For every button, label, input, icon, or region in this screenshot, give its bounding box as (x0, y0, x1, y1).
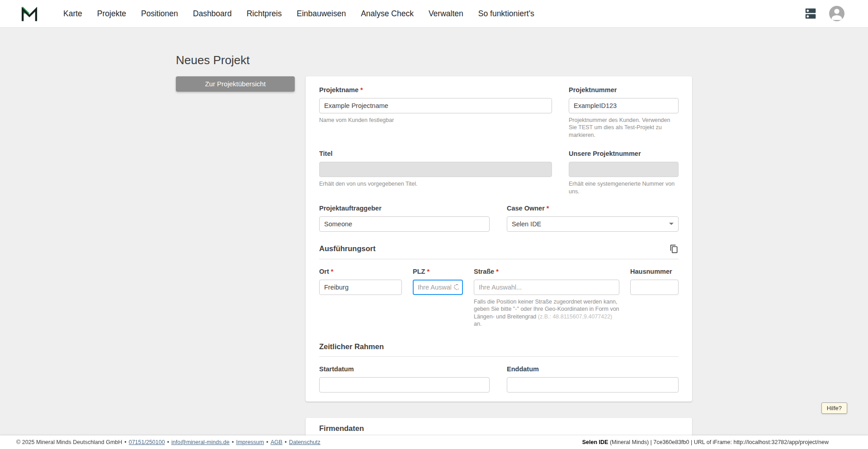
projektauftraggeber-input[interactable] (319, 216, 490, 232)
case-owner-select[interactable]: Selen IDE (507, 216, 679, 232)
footer-link-impressum[interactable]: Impressum (236, 439, 264, 445)
app-footer: © 2025 Mineral Minds Deutschland GmbH • … (0, 435, 868, 449)
loading-spinner-icon (454, 284, 460, 290)
unsere-projektnummer-input (569, 162, 679, 177)
required-marker: * (427, 268, 429, 275)
nav-item-einbauweisen[interactable]: Einbauweisen (297, 9, 346, 19)
ort-label: Ort (319, 268, 329, 275)
startdatum-input[interactable] (319, 377, 490, 393)
strasse-input[interactable] (474, 280, 619, 295)
ausfuehrungsort-heading: Ausführungsort (319, 244, 376, 253)
nav-item-verwalten[interactable]: Verwalten (429, 9, 463, 19)
hausnummer-label: Hausnummer (630, 268, 672, 275)
titel-input (319, 162, 552, 177)
server-icon[interactable] (804, 7, 817, 20)
main-navigation: Karte Projekte Positionen Dashboard Rich… (63, 9, 534, 19)
unsere-projektnummer-label: Unsere Projektnummer (569, 150, 641, 157)
top-nav: Karte Projekte Positionen Dashboard Rich… (0, 0, 868, 28)
back-to-overview-button[interactable]: Zur Projektübersicht (176, 76, 295, 92)
plz-label: PLZ (413, 268, 425, 275)
hausnummer-input[interactable] (630, 280, 679, 295)
nav-item-karte[interactable]: Karte (63, 9, 82, 19)
projektnummer-input[interactable] (569, 98, 679, 113)
projektname-input[interactable] (319, 98, 552, 113)
nav-item-analyse-check[interactable]: Analyse Check (361, 9, 414, 19)
strasse-label: Straße (474, 268, 494, 275)
mineral-minds-logo[interactable] (20, 4, 39, 23)
nav-item-so-funktionierts[interactable]: So funktioniert's (478, 9, 534, 19)
user-avatar[interactable] (829, 6, 844, 21)
nav-item-richtpreis[interactable]: Richtpreis (246, 9, 282, 19)
titel-helper: Erhält den von uns vorgegebenen Titel. (319, 180, 552, 188)
projektnummer-label: Projektnummer (569, 86, 617, 94)
footer-separator: • (232, 439, 234, 445)
company-data-card: Firmendaten (306, 418, 692, 435)
copy-icon[interactable] (670, 244, 679, 253)
nav-item-projekte[interactable]: Projekte (97, 9, 126, 19)
footer-session-info: Selen IDE (Mineral Minds) | 7ce360e83fb0… (582, 439, 829, 445)
footer-link-agb[interactable]: AGB (270, 439, 282, 445)
footer-session-user: Selen IDE (582, 439, 609, 445)
zeitlicher-rahmen-heading: Zeitlicher Rahmen (319, 342, 384, 351)
projektauftraggeber-label: Projektauftraggeber (319, 205, 382, 212)
required-marker: * (547, 205, 549, 212)
footer-separator: • (285, 439, 287, 445)
required-marker: * (331, 268, 334, 275)
project-form-card: Projektname* Name vom Kunden festlegbar … (306, 76, 692, 402)
enddatum-label: Enddatum (507, 365, 539, 373)
footer-separator: • (124, 439, 126, 445)
enddatum-input[interactable] (507, 377, 679, 393)
projektnummer-helper: Projektnummer des Kunden. Verwenden Sie … (569, 117, 679, 139)
logo-m-icon (20, 4, 39, 23)
page-title: Neues Projekt (176, 54, 692, 67)
section-divider (319, 259, 679, 259)
help-button[interactable]: Hilfe? (821, 402, 847, 414)
required-marker: * (496, 268, 499, 275)
footer-separator: • (266, 439, 268, 445)
startdatum-label: Startdatum (319, 365, 354, 373)
footer-link-phone[interactable]: 07151/250100 (129, 439, 165, 445)
footer-session-details: (Mineral Minds) | 7ce360e83fb0 | URL of … (608, 439, 829, 445)
projektname-label: Projektname (319, 86, 359, 94)
case-owner-value: Selen IDE (512, 220, 541, 228)
firmendaten-heading: Firmendaten (319, 424, 679, 433)
nav-item-dashboard[interactable]: Dashboard (193, 9, 232, 19)
footer-copyright: © 2025 Mineral Minds Deutschland GmbH (16, 439, 122, 445)
case-owner-label: Case Owner (507, 205, 545, 212)
user-avatar-icon (829, 6, 844, 21)
chevron-down-icon (669, 223, 674, 225)
main-content: Neues Projekt Zur Projektübersicht Proje… (0, 28, 868, 435)
section-divider (319, 356, 679, 357)
footer-link-datenschutz[interactable]: Datenschutz (289, 439, 320, 445)
titel-label: Titel (319, 150, 333, 157)
ort-input[interactable] (319, 280, 402, 295)
projektname-helper: Name vom Kunden festlegbar (319, 117, 552, 124)
footer-separator: • (167, 439, 169, 445)
unsere-projektnummer-helper: Erhält eine systemgenerierte Nummer von … (569, 180, 679, 195)
footer-link-email[interactable]: info@mineral-minds.de (171, 439, 230, 445)
strasse-helper: Falls die Position keiner Straße zugeord… (474, 298, 619, 328)
nav-item-positionen[interactable]: Positionen (141, 9, 178, 19)
required-marker: * (360, 86, 363, 94)
